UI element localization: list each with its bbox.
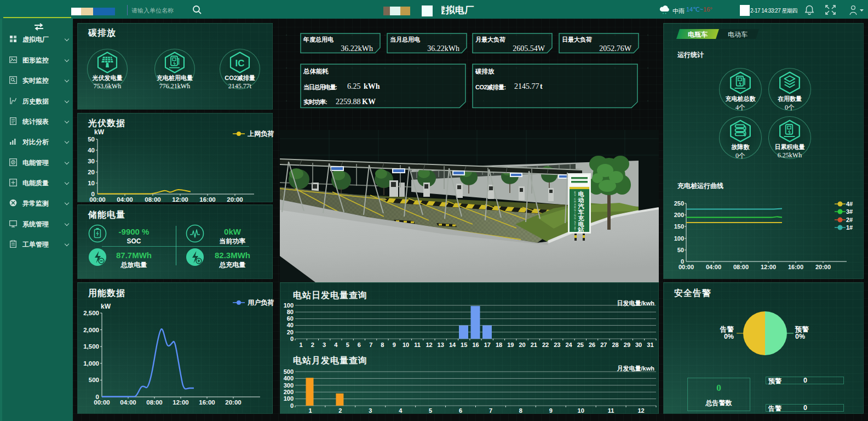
svg-text:16:00: 16:00 [788,264,803,270]
svg-text:100: 100 [674,235,684,242]
svg-text:T: T [574,229,576,231]
svg-text:04:00: 04:00 [120,399,136,406]
svg-text:1#: 1# [846,224,853,231]
svg-text:12:00: 12:00 [761,264,776,270]
svg-text:400: 400 [284,375,294,382]
svg-text:2,000: 2,000 [83,327,99,333]
svg-text:kW: kW [101,303,111,310]
svg-text:00:00: 00:00 [94,399,110,406]
svg-text:80: 80 [287,309,294,315]
svg-text:16:00: 16:00 [199,399,215,406]
svg-text:1,500: 1,500 [83,343,99,350]
svg-text:12:00: 12:00 [173,399,188,406]
svg-text:500: 500 [284,368,294,375]
svg-text:100: 100 [284,395,294,402]
svg-text:08:00: 08:00 [733,264,749,270]
svg-text:60: 60 [287,315,294,322]
svg-text:50: 50 [677,247,684,253]
svg-text:40: 40 [287,322,294,328]
svg-text:04:00: 04:00 [706,264,721,270]
svg-text:150: 150 [674,223,684,230]
svg-text:300: 300 [284,382,294,389]
svg-text:20:00: 20:00 [225,399,241,406]
svg-text:00:00: 00:00 [679,264,694,270]
svg-text:20: 20 [287,329,294,335]
svg-text:500: 500 [89,377,99,383]
svg-text:100: 100 [284,302,294,309]
svg-text:08:00: 08:00 [146,399,162,406]
svg-text:200: 200 [284,389,294,395]
svg-text:1,000: 1,000 [83,360,99,367]
svg-text:站: 站 [578,226,584,233]
svg-text:2,500: 2,500 [83,310,99,316]
svg-text:20:00: 20:00 [815,264,831,270]
